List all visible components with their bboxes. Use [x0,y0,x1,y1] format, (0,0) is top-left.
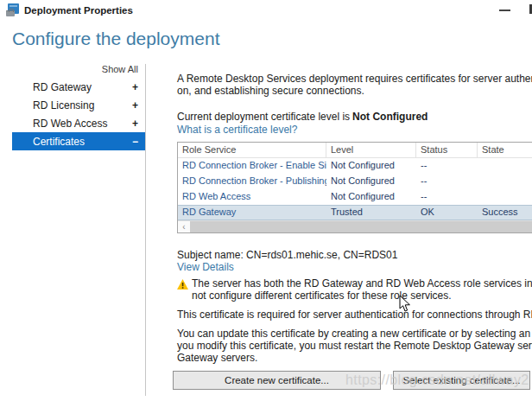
collapse-icon[interactable]: − [132,136,138,148]
cell-level: Not Configured [326,189,416,205]
certificate-level-prefix: Current deployment certificate level is [177,111,350,123]
cell-role-service: RD Connection Broker - Publishing [178,174,326,189]
cell-state [478,174,532,189]
expand-icon[interactable]: + [132,81,138,93]
show-all-link[interactable]: Show All [12,64,138,74]
minimize-button[interactable] [491,0,518,21]
column-header-role-service[interactable]: Role Service [178,143,326,157]
subject-name-text: Subject name: CN=rds01.mehic.se, CN=RDS0… [177,249,397,261]
sidebar-item-rd-gateway[interactable]: RD Gateway + [12,78,145,96]
table-row-selected[interactable]: RD Gateway Trusted OK Success [178,205,532,220]
column-header-state[interactable]: State [478,143,532,157]
cell-role-service: RD Gateway [178,205,326,220]
cell-state [478,189,532,205]
sidebar-item-rd-web-access[interactable]: RD Web Access + [12,114,145,132]
column-header-status[interactable]: Status [416,143,478,157]
select-existing-certificate-button[interactable]: Select existing certificate... [393,371,530,390]
cell-status: OK [416,205,478,220]
role-services-table: Role Service Level Status State RD Conne… [177,142,532,233]
window-title: Deployment Properties [24,0,133,21]
update-line-3: Gateway servers. [177,352,532,364]
view-details-link-text[interactable]: View Details [177,261,234,273]
certificate-level-help-link[interactable]: What is a certificate level? [177,124,297,136]
intro-paragraph: A Remote Desktop Services deployment req… [177,73,532,97]
expand-icon[interactable]: + [132,118,138,130]
sidebar-item-label: RD Web Access [33,118,132,130]
cell-status: -- [416,189,478,205]
deployment-properties-window: Deployment Properties Configure the depl… [0,0,532,401]
certificate-level-line: Current deployment certificate level isN… [177,111,428,123]
warning-line-2: not configure different certificates for… [192,290,532,302]
table-row[interactable]: RD Connection Broker - Enable Sing Not C… [178,158,532,174]
sidebar-item-label: Certificates [33,136,132,148]
table-row[interactable]: RD Connection Broker - Publishing Not Co… [178,174,532,189]
certificate-level-help-link-text[interactable]: What is a certificate level? [177,124,297,136]
page-title: Configure the deployment [12,29,220,49]
horizontal-scrollbar[interactable]: ‹ [178,220,532,232]
expand-icon[interactable]: + [132,99,138,111]
server-manager-icon [6,3,20,17]
cell-status: -- [416,158,478,174]
update-line-2: you modify this certificate, you must re… [177,340,532,352]
cell-role-service: RD Web Access [178,189,326,205]
sidebar: RD Gateway + RD Licensing + RD Web Acces… [12,78,145,150]
sidebar-item-label: RD Gateway [33,81,132,93]
warning-message: The server has both the RD Gateway and R… [177,277,532,302]
cell-role-service: RD Connection Broker - Enable Sing [178,158,326,174]
update-paragraph: You can update this certificate by creat… [177,328,532,364]
intro-line-1: A Remote Desktop Services deployment req… [177,73,532,85]
table-row[interactable]: RD Web Access Not Configured -- [178,189,532,205]
certificate-required-text: This certificate is required for server … [177,309,532,321]
cell-level: Trusted [326,205,416,220]
certificate-level-value: Not Configured [352,111,428,123]
cell-level: Not Configured [326,174,416,189]
cell-state [478,158,532,174]
sidebar-item-rd-licensing[interactable]: RD Licensing + [12,96,145,114]
update-line-1: You can update this certificate by creat… [177,328,532,340]
intro-line-2: on, and establishing secure connections. [177,85,532,97]
sidebar-item-label: RD Licensing [33,99,132,111]
warning-icon [177,279,188,292]
column-header-level[interactable]: Level [326,143,416,157]
view-details-link[interactable]: View Details [177,261,234,273]
cell-level: Not Configured [326,158,416,174]
sidebar-divider [145,64,146,396]
scroll-left-icon[interactable]: ‹ [178,221,190,232]
warning-line-1: The server has both the RD Gateway and R… [192,277,532,290]
minimize-icon [499,10,510,11]
cell-status: -- [416,174,478,189]
table-header-row: Role Service Level Status State [178,143,532,158]
sidebar-item-certificates[interactable]: Certificates − [12,132,145,150]
create-new-certificate-button[interactable]: Create new certificate... [173,371,381,390]
cell-state: Success [478,205,532,220]
title-bar: Deployment Properties [0,0,532,21]
